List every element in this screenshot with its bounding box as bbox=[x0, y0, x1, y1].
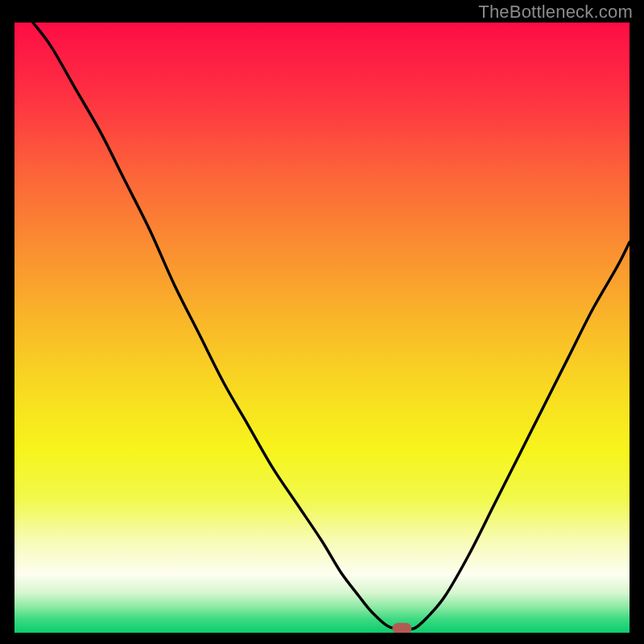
watermark-text: TheBottleneck.com bbox=[478, 2, 633, 23]
chart-frame: TheBottleneck.com bbox=[0, 0, 644, 644]
optimum-marker bbox=[392, 623, 411, 633]
bottleneck-chart bbox=[14, 23, 630, 633]
